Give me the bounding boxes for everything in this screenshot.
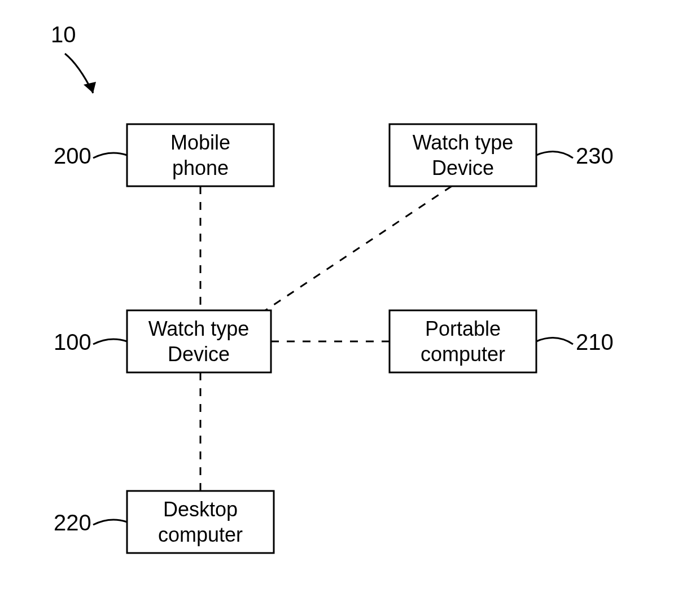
refnum-mobile-phone: 200 bbox=[54, 143, 91, 168]
figure-arrow-head bbox=[84, 82, 96, 93]
node-portable-computer-line1: Portable bbox=[425, 317, 501, 340]
leader-portable-computer bbox=[536, 338, 573, 344]
figure-number: 10 bbox=[51, 22, 76, 47]
node-watch-top-line2: Device bbox=[432, 156, 494, 179]
node-desktop-computer-line1: Desktop bbox=[163, 498, 238, 521]
refnum-watch-top: 230 bbox=[576, 143, 614, 168]
node-mobile-phone-line1: Mobile bbox=[170, 131, 230, 154]
node-desktop-computer: Desktop computer bbox=[127, 491, 274, 553]
node-portable-computer-line2: computer bbox=[421, 343, 505, 366]
node-mobile-phone: Mobile phone bbox=[127, 124, 274, 186]
leader-mobile-phone bbox=[93, 153, 127, 158]
leader-watch-center bbox=[93, 339, 127, 344]
connector-watch-to-center bbox=[265, 186, 452, 310]
refnum-watch-center: 100 bbox=[54, 330, 91, 354]
node-desktop-computer-line2: computer bbox=[158, 523, 243, 546]
node-watch-center-line1: Watch type bbox=[148, 317, 250, 340]
refnum-portable-computer: 210 bbox=[576, 330, 614, 354]
node-watch-center: Watch type Device bbox=[127, 310, 271, 372]
leader-desktop-computer bbox=[93, 520, 127, 525]
node-mobile-phone-line2: phone bbox=[172, 156, 229, 179]
node-watch-center-line2: Device bbox=[168, 343, 230, 366]
refnum-desktop-computer: 220 bbox=[54, 510, 91, 535]
node-portable-computer: Portable computer bbox=[390, 310, 536, 372]
node-watch-top-line1: Watch type bbox=[413, 131, 514, 154]
diagram-canvas: 10 Mobile phone 200 Watch type Device 23… bbox=[0, 0, 700, 610]
leader-watch-top bbox=[536, 152, 573, 158]
node-watch-top: Watch type Device bbox=[390, 124, 536, 186]
